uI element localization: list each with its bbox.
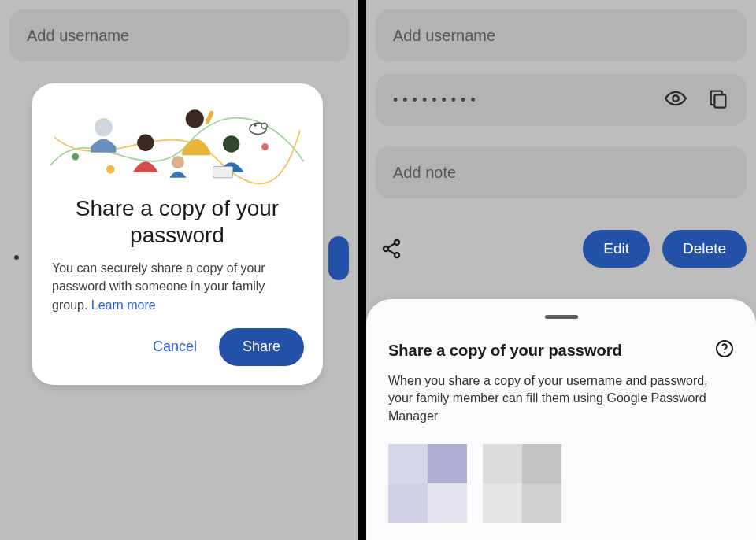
svg-point-1 — [106, 165, 115, 174]
dialog-body-text: You can securely share a copy of your pa… — [52, 261, 265, 311]
username-placeholder: Add username — [393, 27, 495, 45]
family-member-2[interactable] — [483, 444, 561, 523]
right-screenshot: Add username ••••••••• Add note Edit Del… — [366, 0, 756, 540]
svg-point-15 — [395, 240, 399, 245]
svg-point-3 — [94, 118, 113, 136]
sheet-body: When you share a copy of your username a… — [388, 372, 734, 425]
svg-rect-12 — [213, 167, 232, 178]
svg-line-18 — [388, 243, 395, 247]
left-screenshot: Add username — [0, 0, 358, 540]
svg-point-13 — [673, 95, 678, 101]
family-member-1[interactable] — [388, 444, 467, 523]
password-masked-value: ••••••••• — [393, 92, 480, 109]
dialog-title: Share a copy of your password — [55, 195, 299, 248]
note-placeholder: Add note — [393, 164, 456, 182]
share-bottom-sheet: Share a copy of your password When you s… — [366, 299, 756, 540]
note-field[interactable]: Add note — [376, 146, 747, 198]
svg-rect-14 — [714, 94, 725, 107]
svg-point-9 — [261, 123, 267, 128]
svg-point-2 — [261, 143, 269, 150]
actions-row: Edit Delete — [376, 230, 747, 268]
username-field[interactable]: Add username — [376, 9, 747, 61]
cancel-button[interactable]: Cancel — [148, 332, 202, 361]
svg-point-10 — [254, 124, 257, 127]
svg-point-4 — [137, 135, 154, 151]
svg-point-5 — [186, 109, 204, 128]
svg-point-21 — [724, 352, 725, 353]
svg-point-0 — [72, 153, 79, 161]
svg-point-16 — [384, 246, 388, 251]
family-illustration — [47, 98, 307, 190]
learn-more-link[interactable]: Learn more — [91, 298, 156, 312]
share-icon[interactable] — [376, 233, 407, 264]
copy-password-icon[interactable] — [707, 87, 729, 113]
pane-divider — [358, 0, 366, 540]
svg-rect-6 — [205, 110, 214, 124]
password-field[interactable]: ••••••••• — [376, 74, 747, 126]
share-password-dialog: Share a copy of your password You can se… — [32, 83, 323, 385]
delete-button[interactable]: Delete — [662, 230, 747, 268]
share-button[interactable]: Share — [219, 328, 304, 366]
svg-point-17 — [395, 253, 399, 257]
dialog-actions: Cancel Share — [50, 328, 304, 366]
svg-point-11 — [172, 156, 184, 168]
family-member-avatars — [388, 444, 734, 523]
sheet-drag-handle[interactable] — [545, 315, 578, 319]
svg-point-7 — [223, 135, 239, 152]
sheet-title: Share a copy of your password — [388, 342, 622, 360]
dialog-body: You can securely share a copy of your pa… — [52, 259, 302, 314]
svg-line-19 — [388, 250, 395, 254]
reveal-password-icon[interactable] — [665, 87, 687, 113]
help-icon[interactable] — [715, 339, 734, 361]
edit-button[interactable]: Edit — [583, 230, 650, 268]
